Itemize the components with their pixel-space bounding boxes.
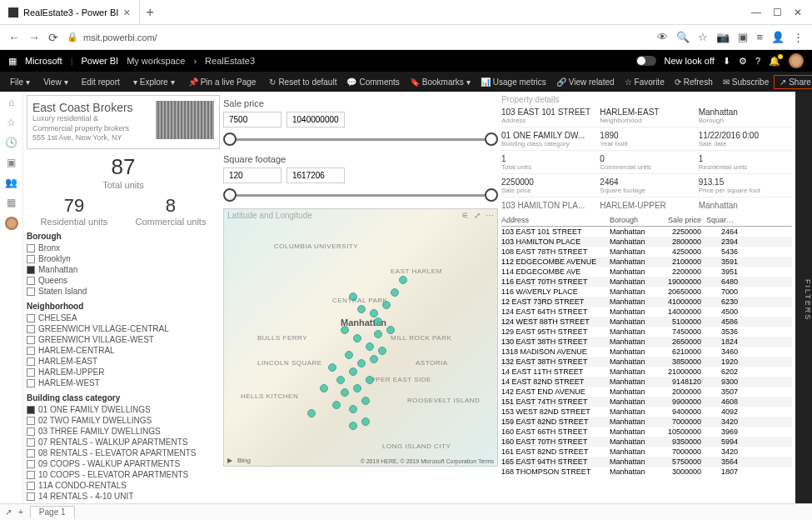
camera-icon[interactable]: 📷 bbox=[716, 31, 730, 43]
rail-workspaces-icon[interactable]: ▦ bbox=[7, 197, 16, 208]
rail-favorites-icon[interactable]: ☆ bbox=[7, 117, 16, 128]
checkbox-icon[interactable] bbox=[27, 347, 35, 355]
screenshot-icon[interactable]: ▣ bbox=[738, 31, 748, 43]
slicer-item[interactable]: HARLEM-UPPER bbox=[27, 367, 220, 378]
cmd-reset[interactable]: ↻ Reset to default bbox=[264, 78, 341, 87]
checkbox-icon[interactable] bbox=[27, 277, 35, 285]
slicer-item[interactable]: 21 OFFICE BUILDINGS bbox=[27, 502, 220, 503]
settings-icon[interactable]: ⚙ bbox=[739, 56, 747, 67]
map-focus-icon[interactable]: ⤢ bbox=[474, 211, 481, 220]
slicer-item[interactable]: 02 TWO FAMILY DWELLINGS bbox=[27, 415, 220, 426]
table-row[interactable]: 116 EAST 70TH STREETManhattan19000000648… bbox=[501, 277, 792, 287]
col-sqft[interactable]: Square footage bbox=[706, 216, 743, 224]
checkbox-icon[interactable] bbox=[27, 379, 35, 388]
map-visual[interactable]: Latitude and Longitude ⚟ ⤢ ⋯ Manhattan C… bbox=[223, 208, 498, 467]
footer-expand-icon[interactable]: ↗ bbox=[5, 508, 12, 517]
slicer-item[interactable]: HARLEM-WEST bbox=[27, 378, 220, 388]
table-row[interactable]: 116 WAVERLY PLACEManhattan206500007000 bbox=[501, 287, 792, 297]
table-row[interactable]: 14 EAST 11TH STREETManhattan210000006202 bbox=[501, 367, 792, 377]
slicer-item[interactable]: GREENWICH VILLAGE-CENTRAL bbox=[27, 323, 220, 334]
checkbox-icon[interactable] bbox=[27, 314, 35, 322]
table-row[interactable]: 161 EAST 82ND STREETManhattan70000003420 bbox=[501, 447, 792, 457]
cmd-refresh[interactable]: ⟳ Refresh bbox=[670, 78, 718, 87]
table-row[interactable]: 160 EAST 66TH STREETManhattan10500000396… bbox=[501, 427, 792, 437]
checkbox-icon[interactable] bbox=[27, 368, 35, 377]
page-tab[interactable]: Page 1 bbox=[30, 506, 75, 518]
sqft-min-input[interactable] bbox=[223, 168, 281, 183]
checkbox-icon[interactable] bbox=[27, 492, 35, 501]
cmd-bookmarks[interactable]: 🔖 Bookmarks ▾ bbox=[405, 78, 476, 87]
rail-shared-icon[interactable]: 👥 bbox=[5, 177, 17, 188]
map-point[interactable] bbox=[366, 342, 374, 351]
slicer-item[interactable]: HARLEM-CENTRAL bbox=[27, 345, 220, 356]
sale-max-input[interactable] bbox=[286, 112, 345, 128]
table-row[interactable]: 168 THOMPSON STREETManhattan30000001807 bbox=[501, 467, 792, 477]
cmd-share[interactable]: ↗ Share bbox=[774, 75, 812, 89]
checkbox-icon[interactable] bbox=[27, 428, 35, 436]
sqft-thumb-min[interactable] bbox=[223, 188, 237, 202]
map-point[interactable] bbox=[353, 384, 361, 392]
slicer-item[interactable]: 10 COOPS - ELEVATOR APARTMENTS bbox=[27, 469, 220, 480]
checkbox-icon[interactable] bbox=[27, 266, 35, 274]
help-icon[interactable]: ? bbox=[755, 56, 760, 66]
slicer-item[interactable]: Staten Island bbox=[27, 286, 220, 297]
cmd-usage[interactable]: 📊 Usage metrics bbox=[476, 78, 551, 87]
table-row[interactable]: 124 EAST 64TH STREETManhattan14000000450… bbox=[501, 307, 792, 317]
apps-icon[interactable]: ▦ bbox=[8, 56, 17, 67]
back-icon[interactable]: ← bbox=[8, 31, 20, 44]
cmd-subscribe[interactable]: ✉ Subscribe bbox=[718, 78, 774, 87]
checkbox-icon[interactable] bbox=[27, 244, 35, 252]
checkbox-icon[interactable] bbox=[27, 417, 35, 425]
table-row[interactable]: 132 EAST 38TH STREETManhattan38500001920 bbox=[501, 357, 792, 367]
map-point[interactable] bbox=[349, 368, 357, 376]
browser-tab[interactable]: RealEstate3 - Power BI × bbox=[0, 0, 140, 24]
sale-min-input[interactable] bbox=[223, 112, 281, 128]
rail-recent-icon[interactable]: 🕓 bbox=[5, 137, 17, 148]
checkbox-icon[interactable] bbox=[27, 288, 35, 296]
map-point[interactable] bbox=[374, 318, 382, 326]
map-point[interactable] bbox=[341, 388, 349, 397]
map-point[interactable] bbox=[370, 355, 378, 363]
map-more-icon[interactable]: ⋯ bbox=[486, 211, 494, 220]
breadcrumb-workspace[interactable]: My workspace bbox=[127, 56, 185, 66]
slicer-item[interactable]: CHELSEA bbox=[27, 312, 220, 323]
table-row[interactable]: 12 EAST 73RD STREETManhattan410000006230 bbox=[501, 297, 792, 307]
map-point[interactable] bbox=[357, 305, 366, 313]
table-row[interactable]: 159 EAST 82ND STREETManhattan70000003420 bbox=[501, 417, 792, 427]
cmd-related[interactable]: 🔗 View related bbox=[551, 78, 620, 87]
sqft-thumb-max[interactable] bbox=[485, 188, 498, 202]
table-row[interactable]: 165 EAST 94TH STREETManhattan57500003564 bbox=[501, 457, 792, 467]
map-point[interactable] bbox=[374, 330, 382, 338]
slicer-item[interactable]: 07 RENTALS - WALKUP APARTMENTS bbox=[27, 437, 220, 448]
rail-avatar[interactable] bbox=[5, 217, 18, 230]
menu-pin[interactable]: 📌 Pin a live Page bbox=[183, 78, 262, 87]
maximize-icon[interactable]: ☐ bbox=[773, 7, 782, 18]
reload-icon[interactable]: ⟳ bbox=[48, 31, 58, 44]
map-point[interactable] bbox=[349, 292, 357, 301]
slicer-item[interactable]: GREENWICH VILLAGE-WEST bbox=[27, 334, 220, 345]
table-row[interactable]: 103 EAST 101 STREETManhattan22500002464 bbox=[501, 227, 792, 237]
slicer-item[interactable]: 08 RENTALS - ELEVATOR APARTMENTS bbox=[27, 448, 220, 458]
map-filter-icon[interactable]: ⚟ bbox=[461, 211, 469, 220]
table-row[interactable]: 1318 MADISON AVENUEManhattan62100003460 bbox=[501, 347, 792, 357]
table-row[interactable]: 108 EAST 78TH STREETManhattan42500005436 bbox=[501, 247, 792, 257]
table-row[interactable]: 114 EDGECOMBE AVEManhattan22000003951 bbox=[501, 267, 792, 277]
checkbox-icon[interactable] bbox=[27, 325, 35, 333]
map-point[interactable] bbox=[353, 334, 361, 342]
close-window-icon[interactable]: ✕ bbox=[794, 7, 802, 18]
table-row[interactable]: 151 EAST 74TH STREETManhattan99000004608 bbox=[501, 397, 792, 407]
url-field[interactable]: 🔒 msit.powerbi.com/ bbox=[67, 32, 649, 42]
checkbox-icon[interactable] bbox=[27, 482, 35, 490]
table-row[interactable]: 103 HAMILTON PLACEManhattan28000002394 bbox=[501, 237, 792, 247]
map-point[interactable] bbox=[320, 384, 328, 392]
table-row[interactable]: 130 EAST 38TH STREETManhattan26500001824 bbox=[501, 337, 792, 347]
cmd-favorite[interactable]: ☆ Favorite bbox=[620, 78, 670, 87]
rail-apps-icon[interactable]: ▣ bbox=[7, 157, 16, 168]
col-borough[interactable]: Borough bbox=[610, 216, 660, 224]
map-point[interactable] bbox=[336, 376, 345, 384]
new-tab-button[interactable]: + bbox=[140, 5, 161, 20]
table-row[interactable]: 129 EAST 95TH STREETManhattan74500003536 bbox=[501, 327, 792, 337]
checkbox-icon[interactable] bbox=[27, 255, 35, 263]
sale-thumb-max[interactable] bbox=[485, 132, 498, 146]
sale-thumb-min[interactable] bbox=[223, 132, 237, 146]
